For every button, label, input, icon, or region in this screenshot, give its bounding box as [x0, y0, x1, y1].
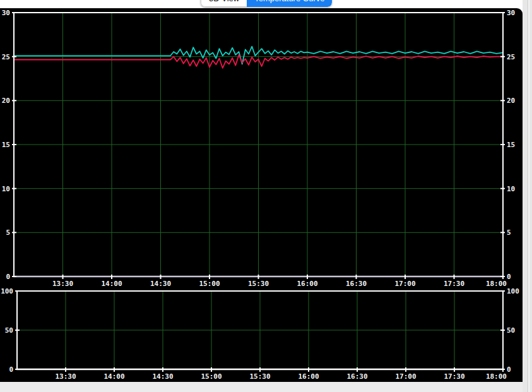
svg-text:0: 0	[507, 365, 511, 374]
svg-text:0: 0	[507, 273, 511, 281]
svg-text:25: 25	[2, 53, 10, 61]
svg-text:16:30: 16:30	[346, 372, 367, 381]
svg-text:18:00: 18:00	[486, 280, 507, 288]
svg-text:16:30: 16:30	[346, 280, 367, 288]
svg-text:17:30: 17:30	[444, 372, 464, 381]
svg-text:20: 20	[507, 97, 515, 105]
svg-text:18:00: 18:00	[486, 372, 507, 381]
svg-text:15: 15	[2, 141, 10, 149]
svg-text:15:00: 15:00	[199, 280, 220, 288]
svg-text:13:30: 13:30	[55, 372, 76, 381]
svg-text:10: 10	[507, 185, 515, 193]
svg-text:14:30: 14:30	[152, 372, 173, 381]
svg-text:5: 5	[507, 229, 511, 237]
svg-text:15: 15	[507, 141, 515, 149]
svg-text:15:00: 15:00	[201, 372, 222, 381]
svg-text:14:00: 14:00	[101, 280, 122, 288]
svg-text:17:30: 17:30	[444, 280, 464, 288]
secondary-chart: 00505010010013:3014:0014:3015:0015:3016:…	[1, 287, 519, 381]
svg-text:16:00: 16:00	[297, 280, 317, 288]
svg-text:50: 50	[507, 326, 515, 335]
grid-lines	[17, 291, 503, 369]
svg-text:17:00: 17:00	[394, 280, 415, 288]
svg-text:0: 0	[6, 273, 10, 281]
svg-text:100: 100	[1, 287, 13, 295]
svg-text:10: 10	[2, 185, 10, 193]
svg-text:13:30: 13:30	[52, 280, 73, 288]
tab-3d-view[interactable]: 3D View	[201, 0, 247, 7]
svg-text:14:30: 14:30	[150, 280, 171, 288]
svg-text:20: 20	[2, 97, 10, 105]
temperature-charts: 00551010151520202525303013:3014:0014:301…	[0, 8, 523, 382]
svg-text:0: 0	[9, 365, 13, 374]
svg-text:15:30: 15:30	[248, 280, 269, 288]
svg-text:50: 50	[5, 326, 13, 335]
tab-temperature-curve[interactable]: Temperature Curve	[247, 0, 332, 7]
svg-text:5: 5	[6, 229, 10, 237]
svg-text:14:00: 14:00	[103, 372, 124, 381]
svg-text:15:30: 15:30	[249, 372, 270, 381]
scrollbar-track[interactable]	[528, 0, 529, 392]
right-scrollbar-area	[523, 0, 532, 392]
svg-text:30: 30	[507, 9, 515, 17]
svg-text:25: 25	[507, 53, 515, 61]
svg-text:100: 100	[507, 287, 519, 295]
chart-panel: 00551010151520202525303013:3014:0014:301…	[0, 8, 523, 382]
bottom-bar	[0, 382, 523, 392]
svg-text:17:00: 17:00	[395, 372, 416, 381]
svg-text:30: 30	[2, 9, 10, 17]
svg-text:16:00: 16:00	[298, 372, 319, 381]
view-segmented-control: 3D View Temperature Curve	[201, 0, 332, 7]
temperature-curve-chart: 00551010151520202525303013:3014:0014:301…	[2, 9, 516, 288]
